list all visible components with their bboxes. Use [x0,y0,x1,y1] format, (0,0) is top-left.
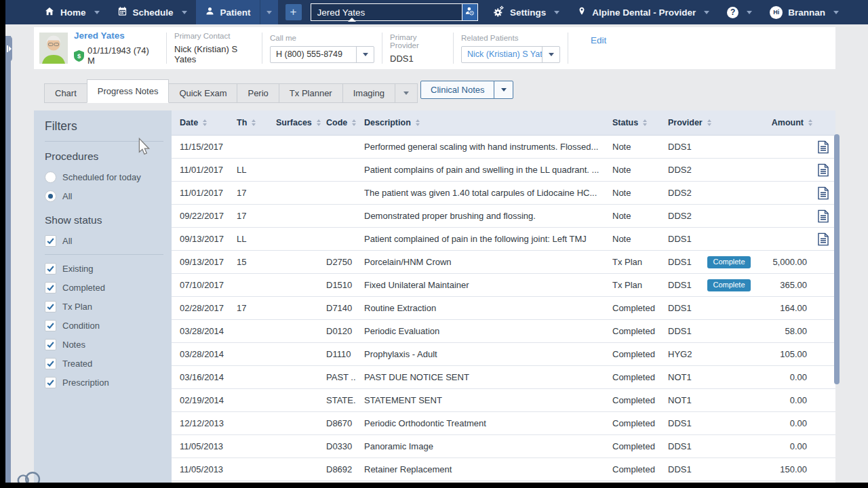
column-header-status[interactable]: Status [604,118,660,127]
checkbox-indicator[interactable] [45,235,56,247]
checkbox-option-notes[interactable]: Notes [45,335,172,354]
call-me-select[interactable]: H (800) 555-8749 [270,46,374,63]
left-panel-toggle[interactable] [5,36,12,62]
tab-quick-exam[interactable]: Quick Exam [168,83,237,103]
tab-imaging[interactable]: Imaging [342,83,395,103]
chevron-down-icon[interactable] [833,11,839,14]
table-scrollbar-thumb[interactable] [834,134,840,384]
row-note-icon-cell[interactable] [814,209,833,223]
table-row[interactable]: 11/05/2013D0330Panoramic ImageCompletedD… [172,435,835,458]
checkbox-indicator[interactable] [45,358,56,369]
checkbox-option-condition[interactable]: Condition [45,316,172,335]
row-status: Note [604,142,660,152]
tab-perio[interactable]: Perio [237,83,279,103]
select-caret-button[interactable] [356,47,374,62]
nav-help[interactable]: ? [718,7,761,18]
table-row[interactable]: 09/13/201715D2750Porcelain/HNM CrownTx P… [172,251,835,274]
table-row[interactable]: 11/15/2017Performed general scaling with… [172,136,835,159]
row-note-icon-cell[interactable] [814,232,833,246]
row-status: Completed [604,349,660,359]
radio-indicator[interactable] [45,171,56,183]
patient-search-input[interactable] [311,3,462,21]
checkbox-option-prescription[interactable]: Prescription [45,373,172,392]
patient-menu-caret-button[interactable] [260,0,278,24]
clinical-notes-button[interactable]: Clinical Notes [420,81,494,99]
checkbox-indicator[interactable] [45,339,56,350]
table-row[interactable]: 11/01/201717The patient was given 1.40 t… [172,182,835,205]
radio-indicator[interactable] [45,190,56,202]
top-navbar: Home Schedule Patient [5,0,868,24]
home-icon [44,6,55,19]
column-header-surfaces[interactable]: Surfaces [273,118,318,127]
checkbox-option-tx-plan[interactable]: Tx Plan [45,297,172,316]
table-row[interactable]: 09/13/2017LLPatient complained of pain i… [172,228,835,251]
nav-schedule[interactable]: Schedule [108,0,196,24]
checkbox-option-treated[interactable]: Treated [45,354,172,373]
edit-patient-link[interactable]: Edit [591,35,606,45]
chevron-down-icon[interactable] [182,11,187,14]
clinical-notes-caret-button[interactable] [494,81,513,99]
column-header-th[interactable]: Th [234,118,273,127]
left-panel-rail[interactable] [5,36,11,483]
table-body: 11/15/2017Performed general scaling with… [172,136,835,481]
add-patient-button[interactable]: + [285,4,302,20]
table-row[interactable]: 03/28/2014D1110Prophylaxis - AdultComple… [172,343,835,366]
chevron-down-icon[interactable] [94,11,100,14]
nav-settings[interactable]: Settings [484,5,568,20]
radio-option-all[interactable]: All [45,186,172,205]
table-row[interactable]: 11/01/2017LLPatient complains of pain an… [172,159,835,182]
table-row[interactable]: 02/19/2014STATE...STATEMENT SENTComplete… [172,389,835,412]
nav-home[interactable]: Home [35,0,108,24]
table-row[interactable]: 02/28/201717D7140Routine ExtractionCompl… [172,297,835,320]
billing-shield-icon[interactable]: $ [74,50,84,62]
nav-user[interactable]: Hi Brannan [761,6,848,19]
checkbox-label: Tx Plan [62,302,92,312]
column-header-provider[interactable]: Provider [660,118,705,127]
nav-patient[interactable]: Patient [196,0,260,24]
table-row[interactable]: 07/10/2017D1510Fixed Unilateral Maintain… [172,274,835,297]
checkbox-indicator[interactable] [45,320,56,331]
checkbox-indicator[interactable] [45,377,56,388]
related-patients-select[interactable]: Nick (Kristian) S Yates ... [461,46,560,63]
select-caret-button[interactable] [542,47,559,62]
checkbox-indicator[interactable] [45,301,56,312]
recent-patients-button[interactable] [462,3,478,21]
column-header-code[interactable]: Code [318,118,356,127]
column-header-date[interactable]: Date [172,118,234,127]
patient-name-link[interactable]: Jered Yates [74,30,159,41]
sort-icon [203,119,207,126]
table-row[interactable]: 03/16/2014PAST ...PAST DUE NOTICE SENTCo… [172,366,835,389]
checkbox-option-completed[interactable]: Completed [45,278,172,297]
row-note-icon-cell[interactable] [814,163,833,177]
checkbox-option-existing[interactable]: Existing [45,259,172,278]
chevron-down-icon[interactable] [704,11,709,14]
tab-chart[interactable]: Chart [44,83,87,103]
tabs-overflow-button[interactable] [395,83,418,103]
table-row[interactable]: 12/12/2013D8670Periodic Orthodontic Trea… [172,412,835,435]
row-note-icon-cell[interactable] [814,186,833,200]
row-date: 02/19/2014 [172,395,234,405]
row-date: 03/28/2014 [172,326,234,336]
row-note-icon-cell[interactable] [814,140,833,154]
radio-option-scheduled-for-today[interactable]: Scheduled for today [45,167,172,186]
checkbox-indicator[interactable] [45,282,56,293]
chevron-down-icon[interactable] [747,11,752,14]
nav-location[interactable]: Alpine Dental - Provider [568,5,718,19]
column-header-amount[interactable]: Amount [705,118,833,127]
table-row[interactable]: 03/28/2014D0120Periodic EvaluationComple… [172,320,835,343]
table-row[interactable]: 11/05/2013D8692Retainer ReplacementCompl… [172,458,835,481]
complete-badge[interactable]: Complete [707,256,750,268]
collapse-header-caret[interactable] [348,18,356,22]
table-row[interactable]: 09/22/201717Demonstrated proper brushing… [172,205,835,228]
checkbox-indicator[interactable] [45,263,56,274]
chevron-down-icon[interactable] [554,11,559,14]
complete-badge[interactable]: Complete [707,279,750,291]
tab-strip: ChartProgress NotesQuick ExamPerioTx Pla… [44,79,417,103]
expand-handle-icon [7,45,8,52]
checkbox-option-all[interactable]: All [45,231,172,250]
column-header-description[interactable]: Description [356,118,604,127]
tab-tx-planner[interactable]: Tx Planner [279,83,343,103]
patient-photo[interactable] [39,33,68,64]
divider [568,33,568,64]
tab-progress-notes[interactable]: Progress Notes [87,79,170,103]
